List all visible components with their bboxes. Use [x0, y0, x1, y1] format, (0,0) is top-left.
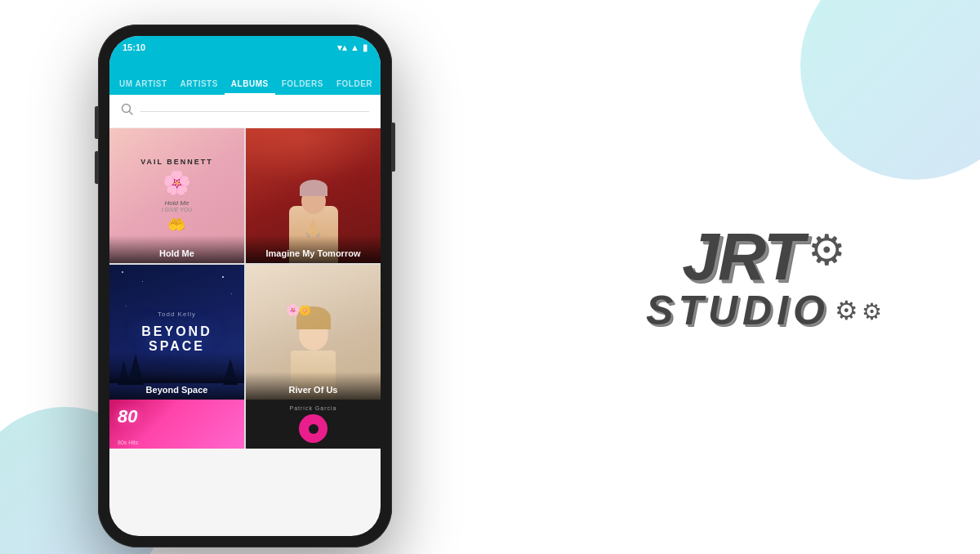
studio-text: STUDIO [646, 290, 830, 331]
search-input-line [140, 111, 369, 112]
jrt-top-line: JRT ⚙ [646, 223, 882, 290]
beyond-artist-label: Todd Kelly [158, 311, 196, 318]
status-bar: 15:10 ▾▴ ▲ ▮ [109, 36, 381, 59]
tab-um-artist[interactable]: UM ARTIST [113, 73, 174, 95]
hold-me-hands: 🤲 [140, 216, 213, 234]
star5 [126, 306, 127, 306]
album-imagine-my-tomorrow[interactable]: 🙏 Imagine My Tomorrow [246, 128, 381, 263]
phone-volume-down-button [95, 151, 98, 184]
status-icons: ▾▴ ▲ ▮ [337, 42, 368, 53]
bg-decoration-top-right [800, 0, 980, 180]
phone-power-button [392, 123, 395, 172]
albums-grid: VAIL BENNETT 🌸 Hold Me I GIVE YOU 🤲 Hold… [109, 128, 381, 400]
jrt-logo: JRT ⚙ STUDIO ⚙ ⚙ [646, 223, 882, 331]
jrt-studio-logo-area: JRT ⚙ STUDIO ⚙ ⚙ [646, 223, 882, 331]
battery-icon: ▮ [363, 42, 368, 53]
star4 [231, 293, 232, 294]
hold-me-note2: I GIVE YOU [140, 207, 213, 212]
star3 [222, 276, 224, 278]
tab-albums[interactable]: ALBUMS [225, 73, 275, 95]
jrt-text: JRT [682, 223, 802, 290]
beyond-title-text: BEYONDSPACE [141, 324, 212, 353]
gear-icon-bottom-1: ⚙ [835, 297, 858, 324]
tab-bar[interactable]: UM ARTIST ARTISTS ALBUMS FOLDERS FOLDER [109, 59, 381, 95]
studio-line: STUDIO ⚙ ⚙ [646, 290, 882, 331]
tab-artists[interactable]: ARTISTS [174, 73, 225, 95]
signal-icon: ▲ [350, 42, 359, 52]
phone-screen: 15:10 ▾▴ ▲ ▮ UM ARTIST ARTISTS ALBUMS [109, 36, 381, 536]
imagine-my-tomorrow-label: Imagine My Tomorrow [246, 235, 381, 263]
neon-subtitle: 80s Hits [118, 440, 138, 445]
albums-bottom-partial: 80 80s Hits Patrick Garcia [109, 400, 381, 449]
hold-me-flower-emoji: 🌸 [140, 169, 213, 196]
star2 [142, 281, 143, 282]
neon-number: 80 [118, 406, 137, 427]
svg-line-1 [130, 112, 133, 115]
hold-me-artist-name: VAIL BENNETT [140, 158, 213, 166]
patrick-pink-circle [299, 414, 327, 443]
wifi-icon: ▾▴ [337, 42, 347, 53]
patrick-artist-name: Patrick Garcia [290, 405, 337, 411]
phone-mockup: 15:10 ▾▴ ▲ ▮ UM ARTIST ARTISTS ALBUMS [98, 25, 392, 547]
gear-icon-top: ⚙ [808, 229, 846, 271]
gear-icon-bottom-2: ⚙ [862, 301, 882, 324]
album-beyond-space[interactable]: Todd Kelly BEYONDSPACE Beyond Space [109, 265, 244, 400]
album-hold-me[interactable]: VAIL BENNETT 🌸 Hold Me I GIVE YOU 🤲 Hold… [109, 128, 244, 263]
album-river-of-us[interactable]: 🌸 🌼 River Of Us [246, 265, 381, 400]
beyond-space-label: Beyond Space [109, 372, 244, 400]
tab-folder[interactable]: FOLDER [330, 73, 379, 95]
album-patrick-partial[interactable]: Patrick Garcia [246, 400, 381, 449]
hold-me-note1: Hold Me [140, 199, 213, 207]
status-time: 15:10 [122, 42, 145, 52]
star1 [122, 271, 123, 273]
search-bar[interactable] [109, 95, 381, 128]
phone-volume-up-button [95, 106, 98, 139]
tab-folders[interactable]: FOLDERS [275, 73, 330, 95]
album-neon-partial[interactable]: 80 80s Hits [109, 400, 244, 449]
phone-outer-shell: 15:10 ▾▴ ▲ ▮ UM ARTIST ARTISTS ALBUMS [98, 25, 392, 547]
search-icon [121, 103, 134, 119]
river-of-us-label: River Of Us [246, 372, 381, 400]
